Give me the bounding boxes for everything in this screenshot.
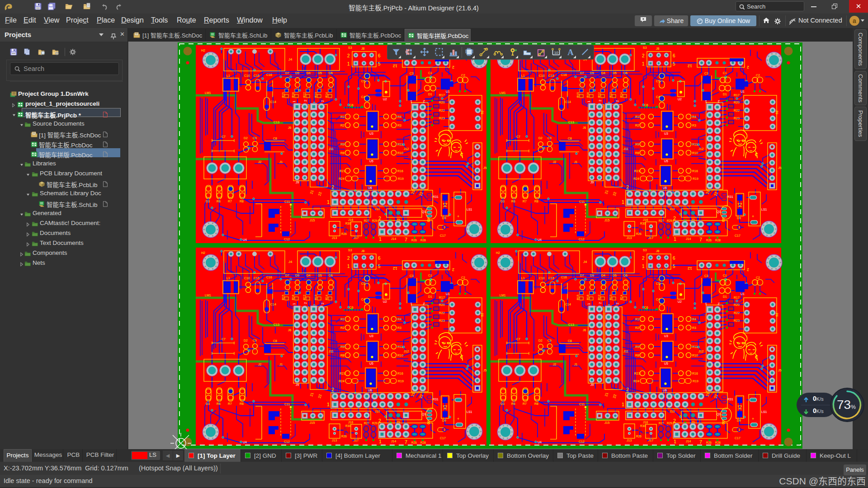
svg-text:A: A (567, 47, 574, 56)
svg-text:10: 10 (554, 51, 559, 55)
